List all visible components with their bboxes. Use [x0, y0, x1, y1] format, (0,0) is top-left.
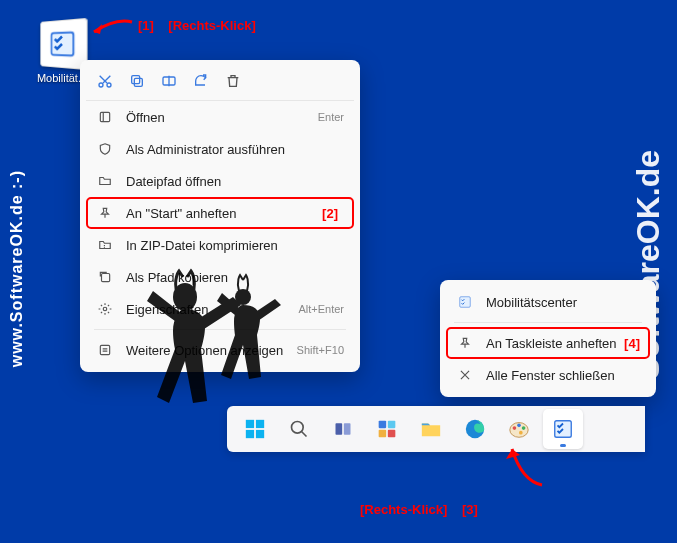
zip-icon: [96, 236, 114, 254]
svg-point-11: [235, 289, 251, 305]
svg-rect-4: [132, 76, 140, 84]
taskbar-widgets[interactable]: [367, 409, 407, 449]
svg-point-26: [513, 426, 517, 430]
context-menu-toolbar: [86, 66, 354, 101]
svg-point-2: [107, 83, 111, 87]
menu-open-label: Öffnen: [126, 110, 308, 125]
watermark-left: www.SoftwareOK.de :-): [8, 170, 26, 367]
svg-rect-22: [379, 430, 387, 438]
svg-rect-21: [388, 421, 396, 429]
copy-path-icon: [96, 268, 114, 286]
app-icon: [456, 293, 474, 311]
svg-point-17: [292, 422, 304, 434]
menu-pin-taskbar-label: An Taskleiste anheften: [486, 336, 618, 351]
annotation-4-num: [4]: [624, 336, 640, 351]
delete-button[interactable]: [222, 70, 244, 92]
svg-rect-23: [388, 430, 396, 438]
menu-zip[interactable]: In ZIP-Datei komprimieren: [86, 229, 354, 261]
folder-icon: [96, 172, 114, 190]
share-button[interactable]: [190, 70, 212, 92]
taskbar: [227, 406, 645, 452]
copy-button[interactable]: [126, 70, 148, 92]
annotation-arrow-3: [504, 441, 554, 489]
mobility-app-icon: [40, 18, 87, 70]
menu-separator: [454, 322, 642, 323]
svg-rect-13: [246, 420, 254, 428]
menu-run-admin[interactable]: Als Administrator ausführen: [86, 133, 354, 165]
pin-icon: [96, 204, 114, 222]
menu-open-shortcut: Enter: [318, 111, 344, 123]
svg-rect-14: [256, 420, 264, 428]
svg-rect-7: [102, 274, 110, 282]
menu-zip-label: In ZIP-Datei komprimieren: [126, 238, 344, 253]
taskbar-explorer[interactable]: [411, 409, 451, 449]
annotation-3-num: [3]: [462, 502, 478, 517]
menu-pin-start-label: An "Start" anheften: [126, 206, 344, 221]
menu-close-all[interactable]: Alle Fenster schließen: [446, 359, 650, 391]
open-icon: [96, 108, 114, 126]
taskbar-search[interactable]: [279, 409, 319, 449]
svg-rect-18: [336, 423, 343, 435]
annotation-2-num: [2]: [322, 206, 338, 221]
taskbar-taskview[interactable]: [323, 409, 363, 449]
menu-open[interactable]: Öffnen Enter: [86, 101, 354, 133]
svg-rect-16: [256, 430, 264, 438]
svg-point-29: [519, 431, 523, 435]
svg-rect-6: [100, 112, 109, 121]
menu-open-filepath-label: Dateipfad öffnen: [126, 174, 344, 189]
pin-icon: [456, 334, 474, 352]
svg-point-8: [103, 307, 107, 311]
rename-button[interactable]: [158, 70, 180, 92]
gear-icon: [96, 300, 114, 318]
menu-pin-taskbar[interactable]: An Taskleiste anheften [4]: [446, 327, 650, 359]
svg-rect-9: [100, 345, 109, 354]
annotation-1-num: [1]: [138, 18, 154, 33]
annotation-1: [1] [Rechts-Klick]: [138, 18, 256, 33]
svg-point-1: [99, 83, 103, 87]
shield-icon: [96, 140, 114, 158]
menu-pin-start[interactable]: An "Start" anheften [2]: [86, 197, 354, 229]
svg-rect-15: [246, 430, 254, 438]
svg-point-28: [522, 426, 526, 430]
menu-mobility-label: Mobilitätscenter: [486, 295, 640, 310]
svg-rect-20: [379, 421, 387, 429]
close-icon: [456, 366, 474, 384]
annotation-3: [Rechts-Klick] [3]: [360, 502, 478, 517]
svg-rect-3: [134, 78, 142, 86]
annotation-arrow-1: [90, 18, 134, 40]
menu-run-admin-label: Als Administrator ausführen: [126, 142, 344, 157]
annotation-3-text: [Rechts-Klick]: [360, 502, 447, 517]
menu-open-filepath[interactable]: Dateipfad öffnen: [86, 165, 354, 197]
menu-close-all-label: Alle Fenster schließen: [486, 368, 640, 383]
cut-button[interactable]: [94, 70, 116, 92]
svg-rect-12: [460, 297, 471, 308]
svg-point-27: [517, 424, 521, 428]
context-menu-taskbar: Mobilitätscenter An Taskleiste anheften …: [440, 280, 656, 397]
svg-rect-0: [51, 32, 73, 55]
annotation-1-text: [Rechts-Klick]: [168, 18, 255, 33]
taskbar-edge[interactable]: [455, 409, 495, 449]
svg-rect-19: [344, 423, 351, 435]
more-icon: [96, 341, 114, 359]
menu-mobility-center[interactable]: Mobilitätscenter: [446, 286, 650, 318]
taskbar-start[interactable]: [235, 409, 275, 449]
